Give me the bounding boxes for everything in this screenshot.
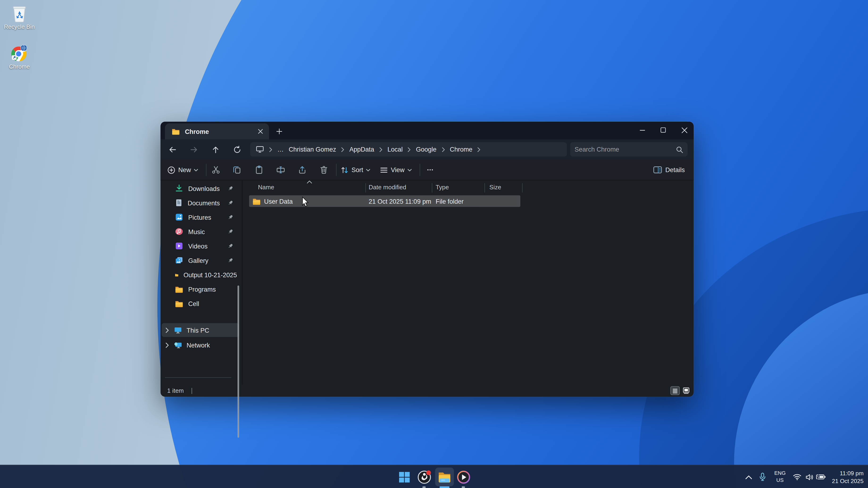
sidebar-item-folder[interactable]: Output 10-21-2025	[163, 268, 237, 282]
more-options-button[interactable]	[423, 163, 437, 176]
breadcrumb-item[interactable]: Chrome	[450, 146, 472, 153]
tab-close-icon[interactable]	[255, 126, 266, 137]
sidebar-item-label: Output 10-21-2025	[184, 271, 237, 278]
rename-button[interactable]	[272, 163, 289, 176]
details-label: Details	[665, 166, 685, 173]
navigation-pane: Downloads Documents Pictures Music V	[161, 181, 242, 385]
breadcrumb-item[interactable]: Local	[388, 146, 403, 153]
file-row-user-data[interactable]: User Data 21 Oct 2025 11:09 pm File fold…	[249, 195, 520, 207]
screen: Recycle Bin Chrome	[0, 0, 868, 488]
column-resize-handle[interactable]	[485, 183, 485, 193]
close-button[interactable]	[673, 122, 695, 138]
breadcrumb-item[interactable]: Christian Gomez	[289, 146, 336, 153]
sidebar-item-network[interactable]: Network	[161, 338, 239, 352]
forward-button[interactable]	[186, 142, 202, 157]
sidebar-item-downloads[interactable]: Downloads	[163, 182, 237, 195]
copy-icon	[232, 165, 242, 174]
delete-button[interactable]	[316, 163, 332, 176]
new-tab-button[interactable]	[273, 125, 285, 137]
breadcrumb-item[interactable]: Google	[416, 146, 437, 153]
sidebar-item-videos[interactable]: Videos	[163, 239, 237, 253]
sidebar-item-folder[interactable]: Cell	[163, 297, 237, 311]
trash-icon	[319, 165, 328, 174]
details-view-toggle[interactable]	[670, 386, 680, 395]
back-button[interactable]	[164, 142, 180, 157]
breadcrumb-overflow[interactable]: …	[277, 146, 284, 153]
breadcrumb-item[interactable]: AppData	[349, 146, 374, 153]
desktop-icon-label: Chrome	[3, 63, 35, 70]
search-icon[interactable]	[676, 146, 683, 153]
desktop-icon-recycle-bin[interactable]: Recycle Bin	[3, 3, 35, 30]
tray-microphone[interactable]	[756, 471, 769, 483]
search-input[interactable]	[575, 146, 676, 153]
details-pane-icon	[653, 166, 662, 174]
column-header-type[interactable]: Type	[436, 184, 449, 190]
maximize-button[interactable]	[652, 122, 674, 138]
view-button[interactable]: View	[378, 163, 414, 176]
wifi-icon	[793, 474, 802, 480]
sidebar-item-label: Downloads	[188, 185, 223, 192]
this-pc-icon[interactable]	[256, 145, 264, 153]
column-header-date-modified[interactable]: Date modified	[369, 184, 406, 190]
file-explorer-taskbar-button[interactable]	[435, 467, 454, 486]
media-player-button[interactable]	[456, 470, 470, 484]
cut-button[interactable]	[208, 163, 224, 176]
sidebar-divider	[165, 378, 231, 378]
windows-logo-icon	[398, 471, 410, 483]
sidebar-scrollbar[interactable]	[238, 286, 239, 437]
running-indicator	[423, 486, 426, 488]
tray-clock[interactable]: 11:09 pm 21 Oct 2025	[832, 469, 864, 485]
file-type: File folder	[436, 198, 464, 204]
tab-chrome[interactable]: Chrome	[165, 123, 269, 139]
chevron-down-icon	[366, 168, 371, 171]
sidebar-item-folder[interactable]: Programs	[163, 282, 237, 296]
refresh-button[interactable]	[229, 142, 245, 157]
details-button[interactable]: Details	[651, 163, 687, 176]
speaker-icon	[805, 474, 813, 481]
tray-battery[interactable]	[815, 471, 827, 483]
microphone-icon	[758, 473, 766, 481]
battery-charging-icon	[816, 474, 826, 480]
start-button[interactable]	[397, 470, 411, 484]
column-resize-handle[interactable]	[365, 183, 366, 193]
column-header-size[interactable]: Size	[489, 184, 501, 190]
cut-icon	[212, 165, 220, 174]
gallery-icon	[175, 256, 183, 264]
chrome-icon	[3, 43, 35, 62]
new-button[interactable]: New	[165, 163, 200, 176]
paste-button[interactable]	[251, 163, 267, 176]
tray-volume[interactable]	[803, 471, 815, 483]
share-icon	[298, 165, 307, 174]
sidebar-item-this-pc[interactable]: This PC	[161, 323, 239, 337]
tray-wifi[interactable]	[791, 471, 803, 483]
sort-button[interactable]: Sort	[338, 163, 373, 176]
rename-icon	[276, 165, 285, 174]
folder-icon	[172, 128, 180, 135]
chevron-right-icon[interactable]	[165, 342, 169, 348]
column-header-name[interactable]: Name	[258, 184, 274, 190]
videos-icon	[175, 242, 183, 250]
ellipsis-icon	[426, 166, 434, 174]
taskbar: ENG US 11:09 pm 21 Oct 2025	[0, 465, 868, 488]
share-button[interactable]	[294, 163, 310, 176]
column-resize-handle[interactable]	[522, 183, 522, 193]
sidebar-item-documents[interactable]: Documents	[163, 196, 237, 210]
sidebar-item-pictures[interactable]: Pictures	[163, 210, 237, 224]
item-count: 1 item	[167, 387, 184, 394]
large-icons-view-toggle[interactable]	[681, 386, 691, 395]
copy-button[interactable]	[228, 163, 245, 176]
sidebar-item-music[interactable]: Music	[163, 225, 237, 238]
folder-icon	[175, 285, 183, 293]
paste-icon	[255, 165, 264, 174]
sidebar-item-gallery[interactable]: Gallery	[163, 253, 237, 267]
chevron-right-icon[interactable]	[165, 327, 169, 333]
up-button[interactable]	[208, 142, 223, 157]
minimize-button[interactable]	[631, 122, 653, 138]
tray-show-hidden-icons[interactable]	[742, 471, 754, 483]
list-view-icon	[672, 388, 678, 394]
obs-studio-button[interactable]	[417, 470, 431, 484]
tray-language-switcher[interactable]: ENG US	[771, 469, 789, 484]
search-box	[570, 142, 687, 157]
column-resize-handle[interactable]	[432, 183, 432, 193]
desktop-icon-chrome[interactable]: Chrome	[3, 43, 35, 70]
